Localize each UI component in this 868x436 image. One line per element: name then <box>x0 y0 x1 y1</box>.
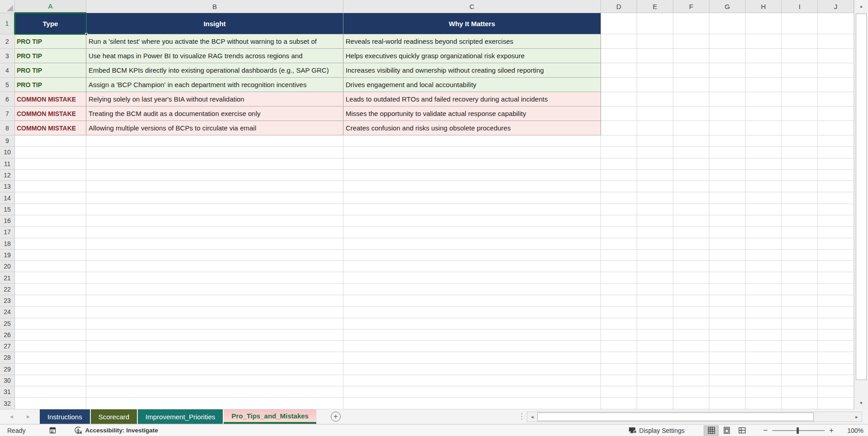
cell-A29[interactable] <box>15 364 86 375</box>
cell-F10[interactable] <box>673 147 709 158</box>
cell-G27[interactable] <box>709 341 746 352</box>
cell-F3[interactable] <box>673 49 709 63</box>
cell-J16[interactable] <box>818 215 854 227</box>
cell-G12[interactable] <box>709 170 746 181</box>
cell-B13[interactable] <box>86 181 343 192</box>
cell-I15[interactable] <box>782 204 818 215</box>
cell-D9[interactable] <box>601 135 637 147</box>
cell-J19[interactable] <box>818 250 854 261</box>
cell-E24[interactable] <box>637 306 673 318</box>
new-sheet-button[interactable]: + <box>331 412 341 422</box>
cell-J11[interactable] <box>818 158 854 170</box>
cell-F28[interactable] <box>673 352 709 363</box>
row-header-8[interactable]: 8 <box>0 121 15 135</box>
row-header-11[interactable]: 11 <box>0 158 15 170</box>
cell-D21[interactable] <box>601 272 637 283</box>
cell-B19[interactable] <box>86 250 343 261</box>
cell-E5[interactable] <box>637 78 673 92</box>
column-header-B[interactable]: B <box>86 0 343 13</box>
cell-J26[interactable] <box>818 329 854 341</box>
cell-F5[interactable] <box>673 78 709 92</box>
cell-E25[interactable] <box>637 318 673 329</box>
cell-J27[interactable] <box>818 341 854 352</box>
cell-F20[interactable] <box>673 261 709 272</box>
row-header-1[interactable]: 1 <box>0 13 15 34</box>
cell-D27[interactable] <box>601 341 637 352</box>
cell-C19[interactable] <box>343 250 601 261</box>
cell-I7[interactable] <box>782 107 818 121</box>
row-header-32[interactable]: 32 <box>0 398 15 409</box>
scroll-right-button[interactable]: ► <box>852 412 862 422</box>
cell-I32[interactable] <box>782 398 818 409</box>
cell-H28[interactable] <box>746 352 782 363</box>
cell-G4[interactable] <box>709 63 746 78</box>
cell-E23[interactable] <box>637 295 673 306</box>
cell-H16[interactable] <box>746 215 782 227</box>
cell-C21[interactable] <box>343 272 601 283</box>
cell-G24[interactable] <box>709 306 746 318</box>
cell-B22[interactable] <box>86 284 343 295</box>
cell-A2[interactable]: PRO TIP <box>15 34 86 49</box>
cell-C13[interactable] <box>343 181 601 192</box>
cell-A12[interactable] <box>15 170 86 181</box>
cell-F25[interactable] <box>673 318 709 329</box>
sheet-tab-scorecard[interactable]: Scorecard <box>91 409 137 424</box>
cell-H26[interactable] <box>746 329 782 341</box>
cell-C3[interactable]: Helps executives quickly grasp organizat… <box>343 49 601 63</box>
cell-I6[interactable] <box>782 92 818 107</box>
display-settings-button[interactable]: Display Settings <box>629 427 685 434</box>
cell-J32[interactable] <box>818 398 854 409</box>
cell-J5[interactable] <box>818 78 854 92</box>
cell-J23[interactable] <box>818 295 854 306</box>
column-header-A[interactable]: A <box>15 0 86 13</box>
tab-scrollbar-splitter[interactable]: ⋮ <box>518 411 525 422</box>
cell-J15[interactable] <box>818 204 854 215</box>
cell-E3[interactable] <box>637 49 673 63</box>
cell-H17[interactable] <box>746 227 782 238</box>
cell-G9[interactable] <box>709 135 746 147</box>
cell-I13[interactable] <box>782 181 818 192</box>
cell-G29[interactable] <box>709 364 746 375</box>
cell-J9[interactable] <box>818 135 854 147</box>
cell-A27[interactable] <box>15 341 86 352</box>
cell-B17[interactable] <box>86 227 343 238</box>
cell-H19[interactable] <box>746 250 782 261</box>
cell-G1[interactable] <box>709 13 746 34</box>
cell-H11[interactable] <box>746 158 782 170</box>
cell-F4[interactable] <box>673 63 709 78</box>
cell-C28[interactable] <box>343 352 601 363</box>
cell-I12[interactable] <box>782 170 818 181</box>
cell-G28[interactable] <box>709 352 746 363</box>
cell-J7[interactable] <box>818 107 854 121</box>
cell-F24[interactable] <box>673 306 709 318</box>
cell-A11[interactable] <box>15 158 86 170</box>
next-sheet-button[interactable]: ► <box>26 414 31 419</box>
zoom-out-button[interactable]: − <box>760 426 770 435</box>
cell-F1[interactable] <box>673 13 709 34</box>
cell-J10[interactable] <box>818 147 854 158</box>
row-header-2[interactable]: 2 <box>0 34 15 49</box>
cell-G31[interactable] <box>709 386 746 398</box>
cell-E15[interactable] <box>637 204 673 215</box>
cell-G32[interactable] <box>709 398 746 409</box>
cell-G17[interactable] <box>709 227 746 238</box>
cell-C7[interactable]: Misses the opportunity to validate actua… <box>343 107 601 121</box>
row-header-13[interactable]: 13 <box>0 181 15 192</box>
cell-E29[interactable] <box>637 364 673 375</box>
cell-D26[interactable] <box>601 329 637 341</box>
cell-I18[interactable] <box>782 238 818 250</box>
cell-J17[interactable] <box>818 227 854 238</box>
cell-H3[interactable] <box>746 49 782 63</box>
cell-F13[interactable] <box>673 181 709 192</box>
cell-E13[interactable] <box>637 181 673 192</box>
cell-E14[interactable] <box>637 192 673 204</box>
cell-B25[interactable] <box>86 318 343 329</box>
row-header-15[interactable]: 15 <box>0 204 15 215</box>
cell-D4[interactable] <box>601 63 637 78</box>
cell-C4[interactable]: Increases visibility and ownership witho… <box>343 63 601 78</box>
cell-J24[interactable] <box>818 306 854 318</box>
zoom-in-button[interactable]: + <box>826 426 836 435</box>
cell-B4[interactable]: Embed BCM KPIs directly into existing op… <box>86 63 343 78</box>
scroll-left-button[interactable]: ◄ <box>527 412 537 422</box>
row-header-19[interactable]: 19 <box>0 250 15 261</box>
